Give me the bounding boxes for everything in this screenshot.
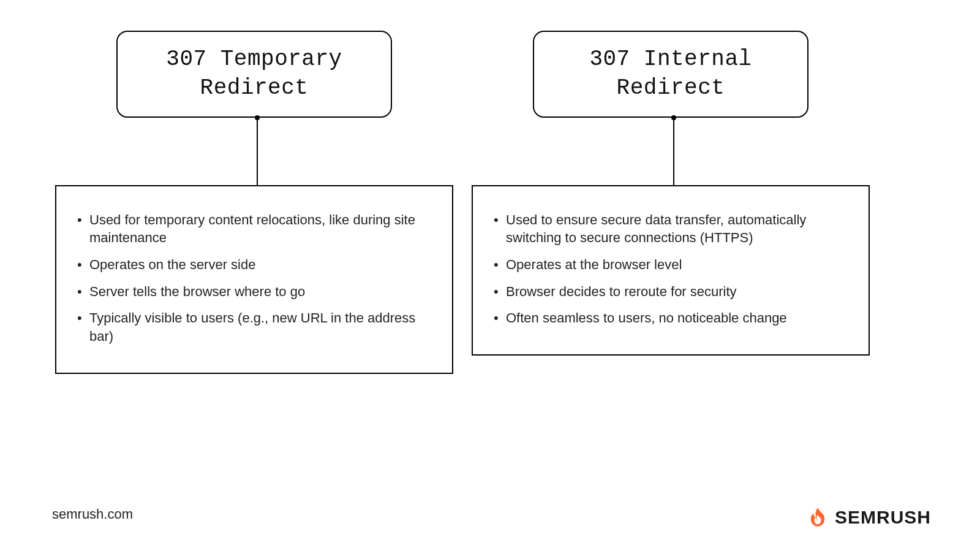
bullet-item: Often seamless to users, no noticeable c… xyxy=(494,309,848,327)
header-title: 307 Internal Redirect xyxy=(552,45,789,103)
connector-line xyxy=(673,118,674,191)
diagram-canvas: 307 Temporary Redirect Used for temporar… xyxy=(0,0,980,556)
header-wrap: 307 Internal Redirect xyxy=(539,31,809,118)
brand-logo: SEMRUSH xyxy=(807,506,931,528)
bullet-item: Used to ensure secure data transfer, aut… xyxy=(494,211,848,247)
bullet-item: Server tells the browser where to go xyxy=(77,283,431,301)
bullet-item: Browser decides to reroute for security xyxy=(494,283,848,301)
connector-line xyxy=(257,118,258,191)
header-wrap: 307 Temporary Redirect xyxy=(123,31,392,118)
body-box: Used for temporary content relocations, … xyxy=(55,185,453,374)
bullet-item: Operates at the browser level xyxy=(494,256,848,274)
bullet-item: Typically visible to users (e.g., new UR… xyxy=(77,309,431,345)
header-box: 307 Temporary Redirect xyxy=(116,31,392,118)
column-internal-redirect: 307 Internal Redirect Used to ensure sec… xyxy=(502,37,845,356)
header-title: 307 Temporary Redirect xyxy=(136,45,372,103)
bullet-list: Used for temporary content relocations, … xyxy=(77,211,431,346)
body-wrap: Used for temporary content relocations, … xyxy=(61,185,453,374)
bullet-list: Used to ensure secure data transfer, aut… xyxy=(494,211,848,327)
footer-domain: semrush.com xyxy=(52,506,133,522)
body-wrap: Used to ensure secure data transfer, aut… xyxy=(478,185,870,356)
bullet-item: Operates on the server side xyxy=(77,256,431,274)
flame-icon xyxy=(807,506,829,528)
column-temporary-redirect: 307 Temporary Redirect Used for temporar… xyxy=(86,37,429,374)
header-box: 307 Internal Redirect xyxy=(533,31,809,118)
bullet-item: Used for temporary content relocations, … xyxy=(77,211,431,247)
brand-name: SEMRUSH xyxy=(835,507,931,528)
body-box: Used to ensure secure data transfer, aut… xyxy=(472,185,870,356)
